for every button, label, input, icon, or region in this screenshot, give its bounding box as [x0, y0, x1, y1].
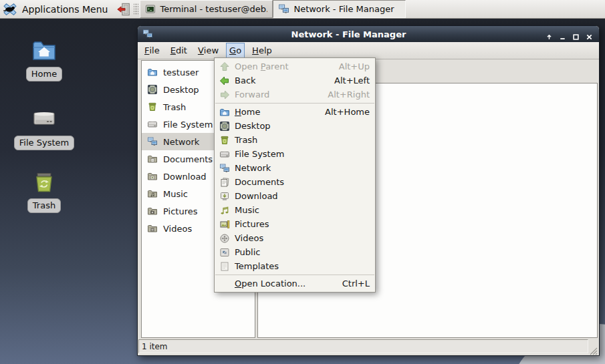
desktop-icon	[147, 84, 158, 95]
forward-icon	[219, 89, 230, 100]
pictures-icon	[147, 206, 158, 216]
shade-button[interactable]	[544, 29, 554, 39]
terminal-testuser-deb-icon	[145, 3, 156, 15]
network-icon	[147, 136, 158, 147]
window-title: Network - File Manager	[157, 29, 540, 39]
sidebar-item-label: Network	[163, 137, 199, 147]
taskbar-button-label: Terminal - testuser@deb...	[160, 4, 267, 14]
videos-icon	[147, 223, 158, 234]
network-icon	[219, 163, 230, 174]
desktop-icon-label: File System	[14, 136, 74, 150]
templates-icon	[219, 261, 230, 272]
sidebar-item-label: Download	[163, 172, 207, 182]
taskbar-button-label: Network - File Manager	[293, 4, 394, 14]
menu-item-label: Documents	[235, 177, 370, 187]
menubar-item-view[interactable]: View	[195, 43, 222, 58]
menu-item-label: Music	[235, 205, 370, 215]
trash-icon	[31, 168, 57, 195]
go-menu-separator	[215, 275, 374, 275]
menu-item-shortcut: Alt+Home	[325, 107, 370, 117]
go-menu-item-back[interactable]: BackAlt+Left	[215, 73, 375, 87]
menu-item-shortcut: Alt+Right	[328, 89, 370, 100]
go-menu-item-templates[interactable]: Templates	[215, 259, 375, 273]
file-system-icon	[219, 149, 230, 160]
menu-item-label: Home	[235, 107, 317, 117]
menu-item-shortcut: Alt+Up	[339, 61, 370, 71]
sidebar-item-label: Documents	[163, 154, 213, 164]
applications-menu-button[interactable]: Applications Menu	[0, 0, 114, 18]
desktop-icon-file-system[interactable]: File System	[12, 106, 76, 150]
menu-item-label: Forward	[235, 89, 320, 100]
maximize-button[interactable]	[571, 29, 581, 39]
resize-grip[interactable]	[588, 339, 598, 353]
trash-icon	[219, 135, 230, 146]
menu-item-shortcut: Alt+Left	[334, 75, 370, 85]
menubar-item-file[interactable]: File	[141, 43, 163, 58]
statusbar: 1 item	[138, 338, 599, 355]
shade-icon	[546, 31, 553, 38]
go-menu-item-documents[interactable]: Documents	[215, 175, 375, 189]
desktop-icon	[219, 121, 230, 132]
go-menu-item-forward: ForwardAlt+Right	[215, 87, 375, 102]
close-button[interactable]	[584, 29, 594, 39]
music-icon	[147, 188, 158, 199]
music-icon	[219, 205, 230, 216]
menu-item-label: File System	[235, 149, 370, 159]
menubar-item-edit[interactable]: Edit	[167, 43, 191, 58]
panel-separator-handle	[134, 3, 138, 15]
menubar-item-go[interactable]: Go	[226, 43, 245, 58]
logout-button[interactable]	[114, 0, 133, 18]
menu-item-label: Videos	[235, 233, 370, 243]
menu-item-label: Download	[235, 191, 370, 201]
sidebar-item-label: Videos	[163, 224, 192, 234]
testuser-icon	[147, 67, 158, 77]
go-menu-item-public[interactable]: Public	[215, 245, 375, 259]
go-menu-item-videos[interactable]: Videos	[215, 231, 375, 245]
sidebar-item-label: Desktop	[163, 85, 199, 95]
desktop-screen: Applications Menu Terminal - testuser@de…	[0, 0, 605, 364]
go-menu-item-home[interactable]: HomeAlt+Home	[215, 105, 375, 119]
go-menu-item-music[interactable]: Music	[215, 203, 375, 217]
menu-item-label: Network	[235, 163, 370, 173]
menu-item-label: Public	[235, 247, 370, 257]
go-menu-item-open-parent: Open ParentAlt+Up	[215, 59, 375, 73]
minimize-icon	[559, 31, 566, 38]
go-menu-separator	[215, 103, 374, 104]
go-menu-item-trash[interactable]: Trash	[215, 133, 375, 147]
trash-icon	[147, 102, 158, 112]
window-icon	[142, 29, 153, 39]
documents-icon	[147, 154, 158, 164]
home-icon	[31, 37, 57, 63]
go-menu-item-network[interactable]: Network	[215, 161, 375, 175]
desktop-icon-label: Home	[26, 67, 62, 81]
sidebar-item-label: Pictures	[163, 206, 197, 216]
minimize-button[interactable]	[558, 29, 568, 39]
taskbar-button-network-file-manager[interactable]: Network - File Manager	[273, 0, 406, 18]
menu-item-label: Trash	[235, 135, 370, 145]
go-menu-item-download[interactable]: Download	[215, 189, 375, 203]
menu-item-label: Back	[235, 75, 326, 85]
close-icon	[586, 31, 593, 38]
desktop-icon-trash[interactable]: Trash	[12, 168, 76, 213]
resize-grip-icon	[590, 345, 598, 353]
go-menu-item-file-system[interactable]: File System	[215, 147, 375, 161]
xfce-logo-icon	[3, 2, 17, 17]
sidebar-item-label: Trash	[163, 102, 186, 112]
logout-icon	[116, 2, 131, 17]
go-menu-item-pictures[interactable]: Pictures	[215, 217, 375, 231]
home-icon	[219, 107, 230, 118]
top-panel: Applications Menu Terminal - testuser@de…	[0, 0, 605, 19]
taskbar-button-terminal-testuser-deb[interactable]: Terminal - testuser@deb...	[140, 0, 273, 18]
documents-icon	[219, 177, 230, 188]
videos-icon	[219, 233, 230, 244]
menu-item-label: Pictures	[235, 219, 370, 229]
menu-item-label: Templates	[235, 261, 370, 271]
go-menu-item-desktop[interactable]: Desktop	[215, 119, 375, 133]
go-menu-item-open-location[interactable]: Open Location...Ctrl+L	[215, 277, 375, 291]
public-icon	[219, 247, 230, 258]
network-file-manager-icon	[278, 3, 289, 15]
desktop-icon-home[interactable]: Home	[12, 37, 76, 81]
maximize-icon	[572, 31, 580, 38]
menubar-item-help[interactable]: Help	[249, 43, 275, 58]
titlebar[interactable]: Network - File Manager	[138, 26, 599, 42]
